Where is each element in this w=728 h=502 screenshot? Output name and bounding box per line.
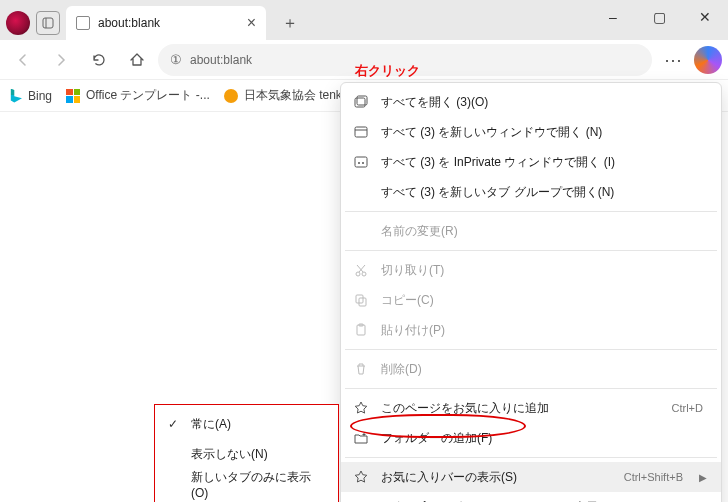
submenu-arrow-icon: ▶ <box>699 472 707 483</box>
menu-label: お気に入りバーの表示(S) <box>381 469 612 486</box>
title-bar: about:blank × ＋ – ▢ ✕ <box>0 0 728 40</box>
window-minimize-button[interactable]: – <box>590 0 636 34</box>
separator <box>345 211 717 212</box>
menu-delete: 削除(D) <box>341 354 721 384</box>
submenu-show-favorites-bar: ✓ 常に(A) 表示しない(N) 新しいタブのみに表示(O) <box>154 404 339 502</box>
tab-close-button[interactable]: × <box>247 14 256 32</box>
separator <box>345 349 717 350</box>
star-icon <box>353 470 369 484</box>
menu-label: すべて (3) を InPrivate ウィンドウで開く (I) <box>381 154 707 171</box>
back-button[interactable] <box>6 43 40 77</box>
menu-cut: 切り取り(T) <box>341 255 721 285</box>
trash-icon <box>353 362 369 376</box>
svg-point-8 <box>362 162 364 164</box>
more-button[interactable]: ⋯ <box>656 43 690 77</box>
tab-title: about:blank <box>98 16 160 30</box>
menu-label: フォルダーの追加(F) <box>381 430 707 447</box>
inprivate-icon <box>353 155 369 169</box>
menu-label: コピー(C) <box>381 292 707 309</box>
bing-icon <box>8 89 22 103</box>
favorite-label: Office テンプレート -... <box>86 87 210 104</box>
svg-rect-4 <box>355 127 367 137</box>
window-controls: – ▢ ✕ <box>590 0 728 34</box>
separator <box>345 388 717 389</box>
menu-copy: コピー(C) <box>341 285 721 315</box>
submenu-item-newtab-only[interactable]: 新しいタブのみに表示(O) <box>155 469 338 499</box>
browser-tab[interactable]: about:blank × <box>66 6 266 40</box>
submenu-item-never[interactable]: 表示しない(N) <box>155 439 338 469</box>
tab-actions-button[interactable] <box>36 11 60 35</box>
open-all-icon <box>353 95 369 109</box>
menu-label: [お気に入り] ボタンをツール バーに表示する(B) <box>381 499 707 503</box>
profile-icon[interactable] <box>6 11 30 35</box>
cut-icon <box>353 263 369 277</box>
menu-open-all[interactable]: すべてを開く (3)(O) <box>341 87 721 117</box>
folder-plus-icon <box>353 431 369 445</box>
submenu-label: 常に(A) <box>191 416 328 433</box>
tenki-icon <box>224 89 238 103</box>
tab-favicon-icon <box>76 16 90 30</box>
submenu-label: 表示しない(N) <box>191 446 328 463</box>
minimize-icon: – <box>609 9 617 25</box>
menu-label: すべて (3) を新しいタブ グループで開く(N) <box>381 184 707 201</box>
menu-label: 貼り付け(P) <box>381 322 707 339</box>
forward-button[interactable] <box>44 43 78 77</box>
menu-rename: 名前の変更(R) <box>341 216 721 246</box>
refresh-button[interactable] <box>82 43 116 77</box>
menu-open-tab-group[interactable]: すべて (3) を新しいタブ グループで開く(N) <box>341 177 721 207</box>
menu-add-favorite[interactable]: このページをお気に入りに追加 Ctrl+D <box>341 393 721 423</box>
maximize-icon: ▢ <box>653 9 666 25</box>
svg-point-10 <box>362 272 366 276</box>
menu-accelerator: Ctrl+Shift+B <box>624 471 683 483</box>
address-text: about:blank <box>190 53 252 67</box>
menu-add-folder[interactable]: フォルダーの追加(F) <box>341 423 721 453</box>
new-tab-button[interactable]: ＋ <box>272 6 308 40</box>
menu-label: 切り取り(T) <box>381 262 707 279</box>
home-button[interactable] <box>120 43 154 77</box>
menu-label: このページをお気に入りに追加 <box>381 400 660 417</box>
copilot-button[interactable] <box>694 46 722 74</box>
favorite-label: Bing <box>28 89 52 103</box>
menu-label: すべて (3) を新しいウィンドウで開く (N) <box>381 124 707 141</box>
check-icon: ✓ <box>165 417 181 431</box>
menu-open-inprivate[interactable]: すべて (3) を InPrivate ウィンドウで開く (I) <box>341 147 721 177</box>
svg-point-7 <box>358 162 360 164</box>
menu-label: 削除(D) <box>381 361 707 378</box>
more-icon: ⋯ <box>664 49 682 71</box>
star-icon <box>353 401 369 415</box>
menu-show-favorites-bar[interactable]: お気に入りバーの表示(S) Ctrl+Shift+B ▶ <box>341 462 721 492</box>
paste-icon <box>353 323 369 337</box>
plus-icon: ＋ <box>282 13 298 34</box>
copy-icon <box>353 293 369 307</box>
close-icon: ✕ <box>699 9 711 25</box>
context-menu: すべてを開く (3)(O) すべて (3) を新しいウィンドウで開く (N) す… <box>340 82 722 502</box>
submenu-label: 新しいタブのみに表示(O) <box>191 469 328 500</box>
separator <box>345 250 717 251</box>
separator <box>345 457 717 458</box>
menu-open-new-window[interactable]: すべて (3) を新しいウィンドウで開く (N) <box>341 117 721 147</box>
svg-point-9 <box>356 272 360 276</box>
menu-label: 名前の変更(R) <box>381 223 707 240</box>
window-close-button[interactable]: ✕ <box>682 0 728 34</box>
svg-rect-6 <box>355 157 367 167</box>
menu-show-favorites-button[interactable]: [お気に入り] ボタンをツール バーに表示する(B) <box>341 492 721 502</box>
menu-paste: 貼り付け(P) <box>341 315 721 345</box>
svg-rect-0 <box>43 18 53 28</box>
window-maximize-button[interactable]: ▢ <box>636 0 682 34</box>
title-left: about:blank × ＋ <box>0 0 308 40</box>
office-icon <box>66 89 80 103</box>
favorite-item-office[interactable]: Office テンプレート -... <box>66 87 210 104</box>
menu-accelerator: Ctrl+D <box>672 402 703 414</box>
annotation-label: 右クリック <box>355 62 420 80</box>
menu-label: すべてを開く (3)(O) <box>381 94 707 111</box>
favorite-item-bing[interactable]: Bing <box>8 89 52 103</box>
submenu-item-always[interactable]: ✓ 常に(A) <box>155 409 338 439</box>
window-icon <box>353 125 369 139</box>
site-info-icon[interactable]: ① <box>170 52 182 67</box>
